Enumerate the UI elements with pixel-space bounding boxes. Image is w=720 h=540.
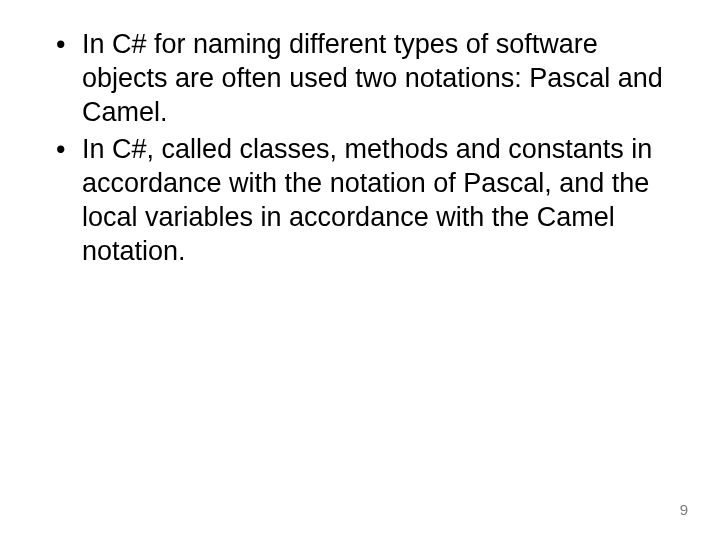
page-number: 9 <box>680 501 688 518</box>
list-item: In C#, called classes, methods and const… <box>50 133 670 268</box>
list-item: In C# for naming different types of soft… <box>50 28 670 129</box>
slide-content: In C# for naming different types of soft… <box>50 28 670 268</box>
bullet-list: In C# for naming different types of soft… <box>50 28 670 268</box>
